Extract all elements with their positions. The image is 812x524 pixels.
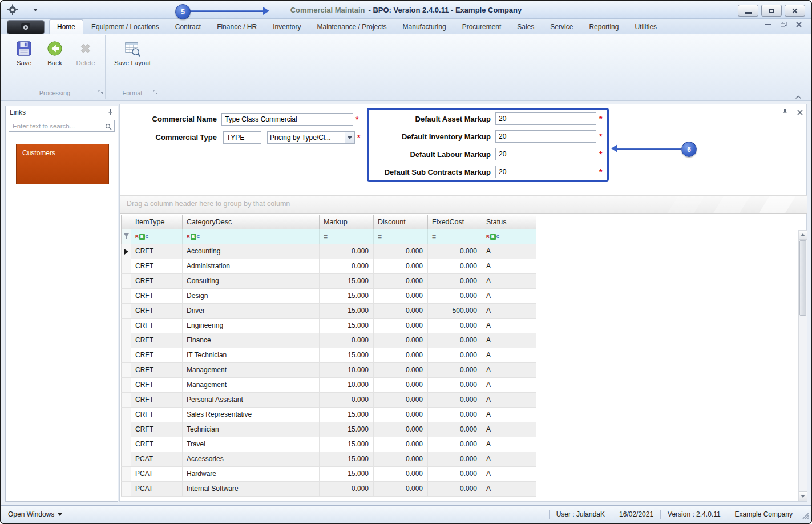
default-labour-markup-input[interactable]: 20 [495, 148, 596, 160]
column-header-discount[interactable]: Discount [374, 215, 428, 229]
table-row[interactable]: CRFTTechnician15.0000.0000.000A [121, 422, 536, 437]
group-by-hint: Drag a column header here to group by th… [127, 200, 807, 208]
tab-maintenance-projects[interactable]: Maintenance / Projects [309, 19, 395, 34]
table-row[interactable]: CRFTConsulting15.0000.0000.000A [121, 274, 536, 289]
tab-reporting[interactable]: Reporting [581, 19, 627, 34]
scroll-up-button[interactable] [799, 231, 807, 240]
column-header-fixedcost[interactable]: FixedCost [428, 215, 482, 229]
column-header-status[interactable]: Status [482, 215, 536, 229]
tab-inventory[interactable]: Inventory [265, 19, 309, 34]
cell-discount: 0.000 [374, 467, 428, 482]
cell-categorydesc: Internal Software [183, 482, 320, 497]
row-indicator [121, 333, 131, 348]
filter-cell-markup[interactable]: = [320, 229, 374, 244]
column-header-markup[interactable]: Markup [320, 215, 374, 229]
table-row[interactable]: CRFTDriver15.0000.000500.000A [121, 304, 536, 319]
table-row[interactable]: CRFTAdministration0.0000.0000.000A [121, 259, 536, 274]
tab-procurement[interactable]: Procurement [454, 19, 510, 34]
tab-utilities[interactable]: Utilities [627, 19, 665, 34]
required-marker: * [599, 150, 602, 159]
collapse-ribbon-icon[interactable] [795, 91, 802, 102]
tab-service[interactable]: Service [542, 19, 581, 34]
input-value: 20 [499, 168, 506, 176]
filter-cell-status[interactable]: RBC [482, 229, 536, 244]
table-row[interactable]: CRFTFinance0.0000.0000.000A [121, 333, 536, 348]
table-row[interactable]: CRFTManagement10.0000.0000.000A [121, 363, 536, 378]
save-button[interactable]: Save [9, 38, 39, 66]
pin-icon[interactable] [782, 107, 788, 118]
table-row[interactable]: PCATInternal Software0.0000.0000.000A [121, 482, 536, 497]
minimize-button[interactable] [738, 5, 758, 17]
cell-fixedcost: 0.000 [428, 348, 482, 363]
filter-cell-discount[interactable]: = [374, 229, 428, 244]
maximize-button[interactable] [761, 5, 782, 17]
application-menu-button[interactable] [7, 20, 45, 34]
ribbon-close-icon[interactable] [796, 22, 802, 27]
tab-sales[interactable]: Sales [509, 19, 542, 34]
input-value: 20 [499, 115, 506, 123]
resize-grip[interactable] [802, 512, 809, 521]
tab-contract[interactable]: Contract [167, 19, 209, 34]
back-button[interactable]: Back [40, 38, 70, 66]
table-row[interactable]: CRFTSales Representative15.0000.0000.000… [121, 408, 536, 422]
app-logo-icon [21, 23, 30, 31]
delete-icon [77, 40, 94, 57]
tab-home[interactable]: Home [49, 19, 83, 34]
save-layout-button[interactable]: Save Layout [110, 38, 155, 66]
sidebar-item-customers[interactable]: Customers [16, 144, 109, 184]
column-header-itemtype[interactable]: ItemType [131, 215, 183, 229]
delete-button[interactable]: Delete [70, 38, 102, 66]
scroll-down-button[interactable] [799, 491, 807, 501]
dropdown-button[interactable] [345, 132, 354, 143]
filter-cell-itemtype[interactable]: RBC [131, 229, 183, 244]
table-row[interactable]: CRFTAccounting0.0000.0000.000A [121, 244, 536, 259]
dialog-launcher-icon[interactable] [98, 87, 103, 97]
default-asset-markup-input[interactable]: 20 [495, 112, 596, 125]
cell-markup: 0.000 [320, 259, 374, 274]
search-icon[interactable] [105, 122, 112, 132]
tab-equipment-locations[interactable]: Equipment / Locations [83, 19, 167, 34]
tab-manufacturing[interactable]: Manufacturing [395, 19, 454, 34]
table-row[interactable]: CRFTDesign15.0000.0000.000A [121, 289, 536, 304]
commercial-name-input[interactable] [221, 113, 353, 126]
save-layout-button-label: Save Layout [114, 59, 151, 66]
row-indicator [121, 437, 131, 452]
cell-categorydesc: Finance [183, 333, 320, 348]
row-indicator [121, 304, 131, 319]
close-icon[interactable] [797, 107, 803, 118]
search-input[interactable] [9, 120, 115, 132]
cell-status: A [482, 467, 536, 482]
filter-cell-categorydesc[interactable]: RBC [183, 229, 320, 244]
cell-discount: 0.000 [374, 274, 428, 289]
tab-finance-hr[interactable]: Finance / HR [209, 19, 265, 34]
pricing-type-value: Pricing by Type/Cl... [268, 132, 345, 143]
cell-categorydesc: Travel [183, 437, 320, 452]
table-row[interactable]: CRFTIT Technician15.0000.0000.000A [121, 348, 536, 363]
scrollbar-thumb[interactable] [799, 240, 806, 316]
default-inventory-markup-input[interactable]: 20 [495, 130, 596, 143]
cell-fixedcost: 0.000 [428, 482, 482, 497]
table-row[interactable]: PCATAccessories15.0000.0000.000A [121, 452, 536, 467]
dialog-launcher-icon[interactable] [153, 87, 158, 97]
open-windows-button[interactable]: Open Windows [8, 506, 62, 523]
filter-cell-fixedcost[interactable]: = [428, 229, 482, 244]
ribbon-restore-icon[interactable] [781, 22, 787, 27]
ribbon-minimize-icon[interactable] [765, 24, 771, 25]
table-row[interactable]: CRFTEngineering15.0000.0000.000A [121, 319, 536, 333]
pricing-type-dropdown[interactable]: Pricing by Type/Cl... [267, 131, 355, 144]
table-row[interactable]: CRFTManagement10.0000.0000.000A [121, 378, 536, 393]
table-row[interactable]: CRFTPersonal Assistant0.0000.0000.000A [121, 393, 536, 408]
table-row[interactable]: CRFTTravel15.0000.0000.000A [121, 437, 536, 452]
default-sub-contracts-markup-input[interactable]: 20 [495, 166, 596, 178]
table-row[interactable]: PCATHardware15.0000.0000.000A [121, 467, 536, 482]
pin-icon[interactable] [107, 108, 114, 117]
cell-fixedcost: 0.000 [428, 319, 482, 333]
cell-categorydesc: Accounting [183, 244, 320, 259]
column-header-categorydesc[interactable]: CategoryDesc [183, 215, 320, 229]
vertical-scrollbar[interactable] [798, 230, 807, 501]
cell-itemtype: CRFT [131, 304, 183, 319]
commercial-type-input[interactable] [223, 131, 261, 144]
close-button[interactable] [785, 5, 805, 17]
cell-markup: 0.000 [320, 482, 374, 497]
group-by-bar[interactable]: Drag a column header here to group by th… [120, 195, 807, 214]
